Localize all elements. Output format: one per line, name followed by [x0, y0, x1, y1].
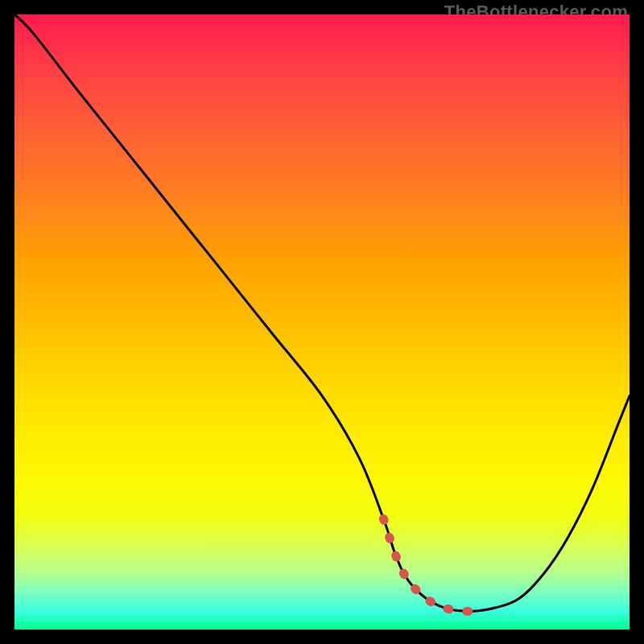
chart-container: TheBottleneсker.com	[0, 0, 644, 644]
chart-svg	[14, 14, 630, 630]
optimal-range-marker	[383, 519, 476, 612]
plot-area	[14, 14, 630, 630]
bottleneck-curve	[14, 14, 630, 612]
